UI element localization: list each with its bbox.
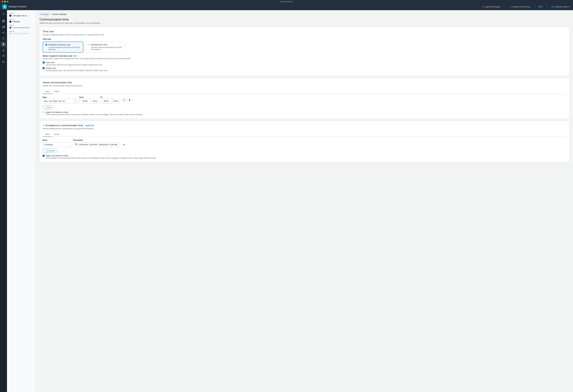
sidebar-icon-person[interactable]: [1, 47, 6, 53]
timezone-card-subtitle: Contact recipients based on their local …: [43, 34, 566, 36]
nav-step-3[interactable]: Step 3 Communication time: [9, 24, 34, 29]
sidebar-icon-flow[interactable]: [1, 30, 6, 35]
to-label: To: [100, 96, 120, 98]
detect-desc: Choose how to detect the recipients time…: [43, 58, 566, 60]
sidebar-icon-grid[interactable]: [1, 18, 6, 24]
svg-rect-4: [2, 21, 3, 22]
plus-icon: +: [45, 106, 46, 108]
minimize-button[interactable]: [4, 1, 6, 2]
exceptions-tabs: Voice Email: [43, 132, 566, 137]
maximize-button[interactable]: [7, 1, 8, 2]
to-field-group: To PM ▾: [100, 96, 120, 103]
checkbox-area-code-input[interactable]: ✓: [43, 61, 45, 64]
nav-step-2[interactable]: Step 2 Attempts: [9, 18, 34, 23]
radio-standard[interactable]: [88, 44, 90, 46]
exceptions-tab-email[interactable]: Email: [52, 132, 61, 137]
exception-name-group: [43, 142, 72, 147]
svg-rect-7: [3, 26, 4, 28]
timezone-standard-label: Standard time zone: [91, 44, 107, 46]
chevron-down-icon: ▾: [542, 6, 543, 8]
time-period-field[interactable]: 📅 12/24/2024, 12:00 AM - 12/26/2024, 12:…: [73, 142, 120, 147]
radio-local[interactable]: [45, 44, 47, 46]
days-label: Days: [43, 96, 77, 98]
language-btn[interactable]: 🌐 ▾: [537, 5, 544, 8]
checkbox-postal-code-input[interactable]: ✓: [43, 67, 45, 69]
exceptions-apply-checkbox[interactable]: ✓: [43, 155, 45, 157]
collapse-icon[interactable]: ▼: [43, 125, 44, 126]
page-header: Communication time Define the days and t…: [39, 18, 570, 24]
breadcrumb-separator: ›: [50, 13, 51, 15]
user-icon: 👤: [551, 6, 553, 8]
svg-point-14: [3, 49, 4, 50]
step-1-name[interactable]: Campaign set up: [9, 15, 34, 17]
exceptions-tab-voice[interactable]: Voice: [43, 132, 52, 137]
to-ampm-select[interactable]: PM ▾: [113, 99, 120, 103]
sidebar-icon-chart[interactable]: [1, 24, 6, 29]
exception-row: 📅 12/24/2024, 12:00 AM - 12/26/2024, 12:…: [43, 142, 566, 147]
svg-rect-16: [4, 56, 5, 57]
contact-control-panel-btn[interactable]: 📞 Contact Control Panel: [507, 5, 531, 8]
area-code-desc: Use the area code from the recipient's p…: [46, 64, 103, 66]
tab-email[interactable]: Email: [52, 89, 61, 94]
postal-code-desc: Use the postal code or zip code from the…: [46, 70, 108, 71]
sidebar-icon-headset[interactable]: [1, 53, 6, 58]
step-dot-4: [9, 33, 11, 35]
step-2-name[interactable]: Attempts: [9, 20, 34, 23]
exceptions-optional: - optional: [84, 124, 94, 127]
step-4-name[interactable]: Review and publish: [9, 33, 34, 35]
delete-row-button[interactable]: [127, 98, 132, 102]
sidebar-icon-menu[interactable]: ☰: [1, 11, 6, 17]
svg-point-12: [3, 37, 4, 38]
time-period-value: 12/24/2024, 12:00 AM - 12/26/2024, 12:00…: [79, 143, 117, 146]
nav-divider-1: [504, 5, 504, 8]
exception-name-input[interactable]: [43, 142, 72, 147]
tab-voice[interactable]: Voice: [43, 89, 52, 94]
svg-point-10: [4, 32, 5, 32]
nav-step-1[interactable]: Step 1 Campaign set up: [9, 13, 34, 17]
exceptions-subtitle: Restrict delivering the communication du…: [43, 127, 566, 130]
customer-name-btn[interactable]: 👤 Customer name ▾: [550, 5, 571, 8]
apply-modes-checkbox[interactable]: [43, 111, 45, 113]
window-controls: [1, 1, 8, 2]
from-time-input[interactable]: [79, 99, 91, 103]
step-3-label: Step 3: [9, 24, 34, 26]
timezone-option-standard[interactable]: Standard time zone Choose a time zone th…: [85, 42, 126, 53]
step-4-label: Step 4: [9, 30, 34, 32]
nav-step-4[interactable]: Step 4 Review and publish: [9, 30, 34, 35]
timezone-option-local[interactable]: Recipient's local time zone Use the reci…: [43, 42, 83, 53]
add-exception-button[interactable]: + Exception: [43, 149, 57, 153]
brand-icon: [2, 4, 7, 9]
active-time-tabs: Voice Email: [43, 89, 566, 94]
add-exception-label: Exception: [47, 150, 55, 152]
svg-rect-19: [123, 144, 125, 144]
days-select[interactable]: Mon, Tue, Wed, Thur, Fri ▾: [43, 99, 77, 103]
add-days-label: Days: [47, 106, 51, 108]
plus-icon-2: +: [45, 150, 46, 152]
add-days-button[interactable]: + Days: [43, 105, 53, 109]
window-title: Amazon Connect: [280, 1, 293, 2]
exceptions-apply-desc: This exception to communication time wil…: [46, 157, 157, 159]
info-badge[interactable]: Info: [73, 55, 77, 57]
breadcrumb-campaigns[interactable]: Campaigns: [39, 13, 49, 15]
contact-control-label: Contact Control Panel: [512, 6, 530, 8]
chevron-down-icon-3: ▾: [96, 100, 97, 102]
svg-rect-2: [2, 20, 3, 21]
sidebar-icon-campaign[interactable]: [1, 42, 6, 47]
close-button[interactable]: [1, 1, 3, 2]
top-nav: Amazon Connect ⬛ Agent Workspace 📞 Conta…: [0, 3, 573, 10]
from-ampm-select[interactable]: AM ▾: [91, 99, 99, 103]
sidebar-icon-users[interactable]: [1, 36, 6, 41]
copy-row-button[interactable]: [122, 98, 126, 102]
postal-code-label: Postal code: [46, 67, 108, 69]
svg-rect-8: [4, 26, 5, 28]
agent-workspace-btn[interactable]: ⬛ Agent Workspace: [481, 5, 501, 8]
to-time-input[interactable]: [100, 99, 112, 103]
step-3-name[interactable]: Communication time: [9, 26, 34, 29]
delete-exception-button[interactable]: [122, 143, 126, 147]
days-row: Days Mon, Tue, Wed, Thur, Fri ▾ From AM …: [43, 96, 566, 103]
brand-name: Amazon Connect: [8, 5, 26, 8]
calendar-icon: 📅: [75, 143, 77, 146]
sidebar-icon-phone[interactable]: [1, 59, 6, 64]
from-ampm-value: AM: [93, 100, 96, 102]
checkbox-postal-code: ✓ Postal code Use the postal code or zip…: [43, 67, 566, 71]
